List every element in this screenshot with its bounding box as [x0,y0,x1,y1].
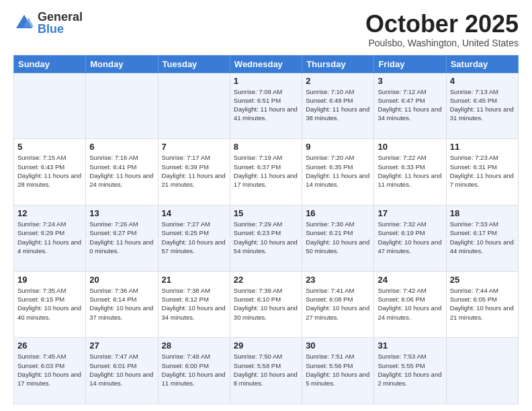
day-info: Sunrise: 7:23 AMSunset: 6:31 PMDaylight:… [450,153,515,189]
day-info: Sunrise: 7:29 AMSunset: 6:23 PMDaylight:… [234,220,298,255]
day-number: 23 [306,275,370,285]
calendar-cell: 20Sunrise: 7:36 AMSunset: 6:14 PMDayligh… [86,271,158,338]
day-number: 7 [162,142,226,152]
day-number: 12 [17,208,82,218]
day-info: Sunrise: 7:33 AMSunset: 6:17 PMDaylight:… [450,220,515,255]
day-info: Sunrise: 7:15 AMSunset: 6:43 PMDaylight:… [17,153,82,189]
logo-general: General [38,11,83,23]
calendar-cell [14,73,86,139]
day-info: Sunrise: 7:19 AMSunset: 6:37 PMDaylight:… [234,153,298,189]
calendar-cell: 11Sunrise: 7:23 AMSunset: 6:31 PMDayligh… [446,139,518,205]
calendar-cell: 31Sunrise: 7:53 AMSunset: 5:55 PMDayligh… [374,338,446,404]
calendar-cell: 28Sunrise: 7:48 AMSunset: 6:00 PMDayligh… [158,338,230,404]
day-info: Sunrise: 7:42 AMSunset: 6:06 PMDaylight:… [378,286,442,322]
day-number: 24 [378,275,442,285]
day-info: Sunrise: 7:17 AMSunset: 6:39 PMDaylight:… [162,153,226,189]
day-info: Sunrise: 7:30 AMSunset: 6:21 PMDaylight:… [306,220,370,255]
calendar-cell: 18Sunrise: 7:33 AMSunset: 6:17 PMDayligh… [446,205,518,271]
calendar-cell [446,338,518,404]
calendar-header-row: Sunday Monday Tuesday Wednesday Thursday… [14,55,519,73]
day-number: 26 [17,340,82,351]
col-tuesday: Tuesday [158,55,230,73]
day-info: Sunrise: 7:45 AMSunset: 6:03 PMDaylight:… [17,352,82,387]
day-info: Sunrise: 7:39 AMSunset: 6:10 PMDaylight:… [234,286,298,322]
day-info: Sunrise: 7:53 AMSunset: 5:55 PMDaylight:… [378,352,442,387]
day-info: Sunrise: 7:10 AMSunset: 6:49 PMDaylight:… [306,87,370,123]
logo-blue: Blue [38,23,83,35]
day-info: Sunrise: 7:48 AMSunset: 6:00 PMDaylight:… [162,352,226,387]
day-number: 30 [306,340,370,351]
calendar-cell: 23Sunrise: 7:41 AMSunset: 6:08 PMDayligh… [302,271,374,338]
calendar-cell: 6Sunrise: 7:16 AMSunset: 6:41 PMDaylight… [86,139,158,205]
location: Poulsbo, Washington, United States [365,38,519,48]
header: General Blue October 2025 Poulsbo, Washi… [13,11,519,48]
calendar-week-0: 1Sunrise: 7:09 AMSunset: 6:51 PMDaylight… [14,73,519,139]
calendar-cell: 17Sunrise: 7:32 AMSunset: 6:19 PMDayligh… [374,205,446,271]
day-info: Sunrise: 7:44 AMSunset: 6:05 PMDaylight:… [450,286,515,322]
day-number: 10 [378,142,442,152]
calendar-cell: 24Sunrise: 7:42 AMSunset: 6:06 PMDayligh… [374,271,446,338]
day-number: 9 [306,142,370,152]
calendar-cell: 5Sunrise: 7:15 AMSunset: 6:43 PMDaylight… [14,139,86,205]
calendar-cell: 3Sunrise: 7:12 AMSunset: 6:47 PMDaylight… [374,73,446,139]
day-info: Sunrise: 7:24 AMSunset: 6:29 PMDaylight:… [17,220,82,255]
calendar-cell: 21Sunrise: 7:38 AMSunset: 6:12 PMDayligh… [158,271,230,338]
day-number: 19 [17,275,82,285]
calendar-cell: 2Sunrise: 7:10 AMSunset: 6:49 PMDaylight… [302,73,374,139]
title-block: October 2025 Poulsbo, Washington, United… [365,11,519,48]
day-number: 17 [378,208,442,218]
day-number: 4 [450,76,515,86]
day-info: Sunrise: 7:09 AMSunset: 6:51 PMDaylight:… [234,87,298,123]
calendar-cell: 26Sunrise: 7:45 AMSunset: 6:03 PMDayligh… [14,338,86,404]
calendar-cell: 30Sunrise: 7:51 AMSunset: 5:56 PMDayligh… [302,338,374,404]
calendar-cell: 7Sunrise: 7:17 AMSunset: 6:39 PMDaylight… [158,139,230,205]
calendar-cell: 13Sunrise: 7:26 AMSunset: 6:27 PMDayligh… [86,205,158,271]
day-number: 28 [162,340,226,351]
calendar-cell [86,73,158,139]
day-number: 13 [89,208,154,218]
day-info: Sunrise: 7:35 AMSunset: 6:15 PMDaylight:… [17,286,82,322]
col-monday: Monday [86,55,158,73]
day-info: Sunrise: 7:13 AMSunset: 6:45 PMDaylight:… [450,87,515,123]
col-saturday: Saturday [446,55,518,73]
day-number: 18 [450,208,515,218]
calendar-cell: 9Sunrise: 7:20 AMSunset: 6:35 PMDaylight… [302,139,374,205]
day-number: 5 [17,142,82,152]
month-title: October 2025 [365,11,519,38]
day-number: 6 [89,142,154,152]
day-number: 14 [162,208,226,218]
day-info: Sunrise: 7:41 AMSunset: 6:08 PMDaylight:… [306,286,370,322]
calendar-cell: 29Sunrise: 7:50 AMSunset: 5:58 PMDayligh… [230,338,302,404]
day-number: 8 [234,142,298,152]
day-number: 20 [89,275,154,285]
calendar-cell: 27Sunrise: 7:47 AMSunset: 6:01 PMDayligh… [86,338,158,404]
day-info: Sunrise: 7:20 AMSunset: 6:35 PMDaylight:… [306,153,370,189]
calendar-cell: 25Sunrise: 7:44 AMSunset: 6:05 PMDayligh… [446,271,518,338]
day-info: Sunrise: 7:22 AMSunset: 6:33 PMDaylight:… [378,153,442,189]
calendar-cell: 15Sunrise: 7:29 AMSunset: 6:23 PMDayligh… [230,205,302,271]
day-info: Sunrise: 7:47 AMSunset: 6:01 PMDaylight:… [89,352,154,387]
day-info: Sunrise: 7:26 AMSunset: 6:27 PMDaylight:… [89,220,154,255]
calendar-cell: 22Sunrise: 7:39 AMSunset: 6:10 PMDayligh… [230,271,302,338]
day-number: 21 [162,275,226,285]
col-sunday: Sunday [14,55,86,73]
logo-icon [13,12,35,34]
calendar-cell: 16Sunrise: 7:30 AMSunset: 6:21 PMDayligh… [302,205,374,271]
calendar-cell: 12Sunrise: 7:24 AMSunset: 6:29 PMDayligh… [14,205,86,271]
calendar-week-4: 26Sunrise: 7:45 AMSunset: 6:03 PMDayligh… [14,338,519,404]
day-number: 1 [234,76,298,86]
calendar-cell: 1Sunrise: 7:09 AMSunset: 6:51 PMDaylight… [230,73,302,139]
col-thursday: Thursday [302,55,374,73]
day-number: 27 [89,340,154,351]
calendar-cell: 14Sunrise: 7:27 AMSunset: 6:25 PMDayligh… [158,205,230,271]
day-number: 29 [234,340,298,351]
day-number: 16 [306,208,370,218]
logo: General Blue [13,11,83,35]
day-info: Sunrise: 7:50 AMSunset: 5:58 PMDaylight:… [234,352,298,387]
calendar-week-2: 12Sunrise: 7:24 AMSunset: 6:29 PMDayligh… [14,205,519,271]
calendar-cell [158,73,230,139]
calendar-cell: 19Sunrise: 7:35 AMSunset: 6:15 PMDayligh… [14,271,86,338]
calendar-cell: 4Sunrise: 7:13 AMSunset: 6:45 PMDaylight… [446,73,518,139]
day-info: Sunrise: 7:38 AMSunset: 6:12 PMDaylight:… [162,286,226,322]
calendar-week-1: 5Sunrise: 7:15 AMSunset: 6:43 PMDaylight… [14,139,519,205]
